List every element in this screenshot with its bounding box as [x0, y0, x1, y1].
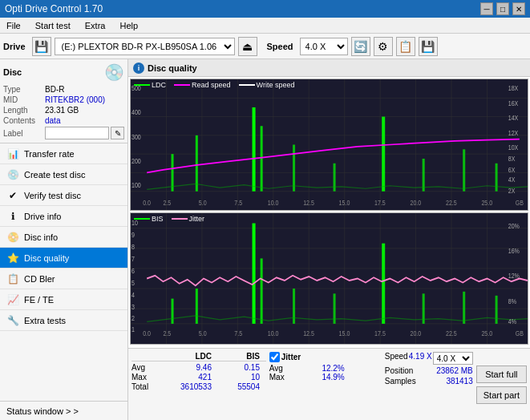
svg-text:7.5: 7.5	[234, 329, 242, 337]
svg-rect-16	[172, 154, 174, 192]
svg-text:4: 4	[131, 292, 135, 300]
charts-container: LDC Read speed Write speed	[128, 77, 530, 348]
nav-label-verify-test-disc: Verify test disc	[24, 191, 81, 200]
svg-text:5.0: 5.0	[199, 329, 207, 337]
svg-text:2.5: 2.5	[163, 329, 171, 337]
titlebar: Opti Drive Control 1.70 ─ □ ✕	[0, 0, 530, 18]
svg-text:25.0: 25.0	[481, 329, 492, 337]
disc-mid-row: MID RITEKBR2 (000)	[3, 95, 124, 104]
copy-button[interactable]: 📋	[396, 37, 415, 56]
maximize-button[interactable]: □	[496, 2, 509, 15]
chart-header-icon: i	[133, 63, 144, 74]
status-window-button[interactable]: Status window > >	[0, 401, 127, 420]
close-button[interactable]: ✕	[512, 2, 525, 15]
svg-text:17.5: 17.5	[374, 200, 386, 208]
jitter-row-val: 12.2%	[305, 364, 345, 373]
svg-text:12%: 12%	[508, 273, 520, 281]
svg-text:GB: GB	[516, 200, 524, 208]
svg-text:14X: 14X	[508, 115, 519, 123]
nav-icon-create-test-disc: 💿	[6, 168, 19, 181]
disc-contents-value: data	[45, 116, 124, 125]
lower-chart-svg: 0.0 2.5 5.0 7.5 10.0 12.5 15.0 17.5 20.0…	[131, 213, 528, 344]
disc-label-label: Label	[3, 129, 45, 138]
svg-rect-23	[423, 159, 425, 192]
drive-icon-btn[interactable]: 💾	[32, 37, 51, 56]
svg-text:20.0: 20.0	[411, 329, 422, 337]
svg-text:5.0: 5.0	[199, 200, 207, 208]
sidebar-item-drive-info[interactable]: ℹDrive info	[0, 206, 127, 227]
svg-text:5: 5	[131, 280, 135, 288]
upper-chart-legend: LDC Read speed Write speed	[134, 81, 294, 89]
stats-row-label: Max	[131, 373, 164, 382]
start-full-button[interactable]: Start full	[476, 365, 527, 383]
stats-bis-header: BIS	[212, 352, 260, 361]
svg-rect-74	[382, 244, 385, 324]
menubar: FileStart testExtraHelp	[0, 18, 530, 34]
jitter-row-label: Avg	[269, 364, 301, 373]
stats-bis-val: 55504	[212, 382, 260, 391]
svg-rect-22	[382, 117, 385, 192]
svg-text:20.0: 20.0	[411, 200, 422, 208]
jitter-checkbox[interactable]	[269, 352, 280, 362]
menu-item-file[interactable]: File	[3, 19, 24, 32]
menu-item-start-test[interactable]: Start test	[32, 19, 74, 32]
speed-select[interactable]: 1.0 X2.0 X4.0 X6.0 X8.0 X	[300, 38, 348, 55]
eject-button[interactable]: ⏏	[238, 37, 257, 56]
sidebar-item-verify-test-disc[interactable]: ✔Verify test disc	[0, 185, 127, 206]
svg-rect-70	[253, 224, 256, 324]
disc-label-edit-button[interactable]: ✎	[111, 127, 124, 139]
start-part-button[interactable]: Start part	[476, 386, 527, 404]
svg-rect-18	[253, 107, 256, 192]
disc-mid-value: RITEKBR2 (000)	[45, 95, 124, 104]
nav-label-transfer-rate: Transfer rate	[24, 149, 75, 159]
svg-rect-17	[196, 135, 198, 192]
settings-button[interactable]: ⚙	[374, 37, 393, 56]
sidebar-item-fe-te[interactable]: 📈FE / TE	[0, 289, 127, 310]
stats-row-label: Avg	[131, 363, 164, 372]
speed-row: Speed 4.19 X 1.0 X2.0 X4.0 X6.0 X8.0 X	[385, 352, 473, 365]
nav-label-drive-info: Drive info	[24, 212, 61, 221]
legend-ldc: LDC	[134, 81, 166, 89]
nav-label-extra-tests: Extra tests	[24, 316, 66, 325]
menu-item-extra[interactable]: Extra	[82, 19, 109, 32]
stats-header-row: LDC BIS	[131, 352, 266, 361]
svg-rect-72	[293, 289, 295, 324]
menu-item-help[interactable]: Help	[116, 19, 141, 32]
svg-text:4X: 4X	[508, 176, 516, 184]
save-button[interactable]: 💾	[419, 37, 438, 56]
stats-row-label: Total	[131, 382, 164, 391]
refresh-button[interactable]: 🔄	[351, 37, 370, 56]
sidebar-item-disc-quality[interactable]: ⭐Disc quality	[0, 248, 127, 269]
speed-info: Speed 4.19 X 1.0 X2.0 X4.0 X6.0 X8.0 X P…	[385, 352, 473, 417]
disc-contents-row: Contents data	[3, 116, 124, 125]
sidebar-item-transfer-rate[interactable]: 📊Transfer rate	[0, 143, 127, 164]
svg-text:10.0: 10.0	[268, 200, 279, 208]
sidebar-item-cd-bler[interactable]: 📋CD Bler	[0, 269, 127, 289]
svg-rect-69	[196, 289, 198, 324]
nav-icon-cd-bler: 📋	[6, 273, 19, 285]
stats-row-avg: Avg9.460.15	[131, 363, 266, 372]
svg-text:8X: 8X	[508, 155, 516, 164]
sidebar-item-extra-tests[interactable]: 🔧Extra tests	[0, 310, 127, 331]
drive-select[interactable]: (E:) PLEXTOR BD-R PX-LB950SA 1.06	[55, 38, 235, 55]
position-row: Position 23862 MB	[385, 366, 473, 375]
disc-label-input[interactable]	[45, 127, 109, 139]
nav-icon-fe-te: 📈	[6, 293, 19, 306]
disc-info-panel: Disc 💿 Type BD-R MID RITEKBR2 (000) Leng…	[0, 59, 127, 143]
sidebar-item-create-test-disc[interactable]: 💿Create test disc	[0, 164, 127, 185]
svg-text:2.5: 2.5	[163, 200, 171, 208]
speed-select-stats[interactable]: 1.0 X2.0 X4.0 X6.0 X8.0 X	[433, 352, 473, 365]
sidebar-item-disc-info[interactable]: 📀Disc info	[0, 227, 127, 248]
lower-chart-legend: BIS Jitter	[134, 215, 204, 223]
toolbar: Drive 💾 (E:) PLEXTOR BD-R PX-LB950SA 1.0…	[0, 34, 530, 59]
position-label: Position	[385, 366, 414, 375]
stats-col0-header	[131, 352, 164, 361]
stats-rows-container: Avg9.460.15Max42110Total361053355504	[131, 363, 266, 391]
stats-table: LDC BIS Avg9.460.15Max42110Total36105335…	[131, 352, 266, 417]
minimize-button[interactable]: ─	[480, 2, 493, 15]
legend-read-speed: Read speed	[174, 81, 231, 89]
disc-section-title: Disc	[3, 67, 22, 77]
nav-icon-transfer-rate: 📊	[6, 147, 19, 160]
chart-header: i Disc quality	[128, 59, 530, 77]
stats-ldc-val: 9.46	[164, 363, 212, 372]
